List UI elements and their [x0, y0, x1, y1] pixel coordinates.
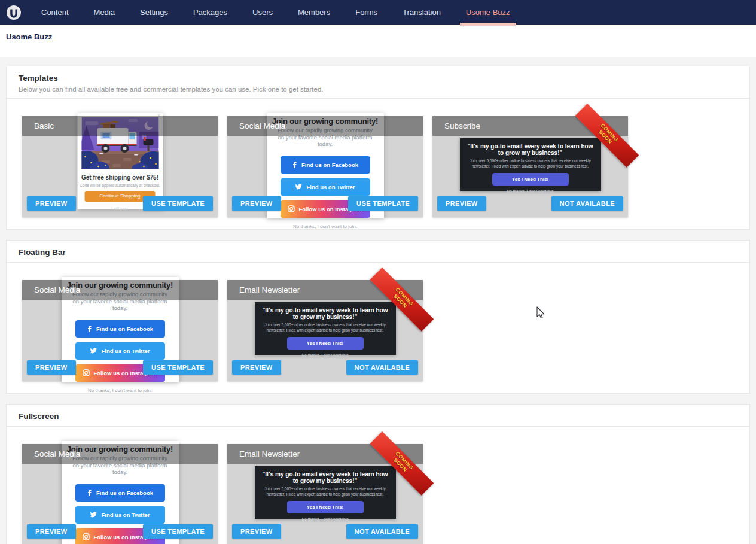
yes-i-need-this-button: Yes I Need This!	[287, 501, 364, 513]
ribbon-fold-icon	[623, 150, 633, 160]
card-actions: PREVIEW NOT AVAILABLE	[232, 524, 418, 539]
section-floating-bar: Floating Bar Join our growing community!…	[6, 240, 750, 394]
template-cards-row: ×	[7, 99, 749, 229]
template-card-header: Email Newsletter	[227, 280, 423, 300]
template-card-header: Email Newsletter	[227, 444, 423, 464]
not-available-button[interactable]: NOT AVAILABLE	[346, 360, 418, 375]
preview-newsletter-box: "It's my go-to email every week to learn…	[460, 138, 601, 191]
nav-item-content[interactable]: Content	[29, 0, 81, 25]
use-template-button[interactable]: USE TEMPLATE	[143, 196, 213, 211]
preview-button[interactable]: PREVIEW	[437, 196, 486, 211]
template-card-email-newsletter: "It's my go-to email every week to learn…	[227, 444, 423, 544]
template-card-title: Social Media	[239, 121, 285, 130]
section-fullscreen: Fullscreen Join our growing community! F…	[6, 404, 750, 544]
section-header: Templates Below you can find all availab…	[7, 66, 749, 99]
preview-subtext: Join over 5,000+ other online business o…	[263, 487, 388, 497]
twitter-icon	[90, 512, 97, 518]
ribbon-fold-icon	[418, 314, 428, 324]
preview-dismiss-link: No thanks, I don't want to join.	[267, 224, 384, 229]
template-card-header: Subscribe	[432, 116, 628, 136]
nav-item-users[interactable]: Users	[240, 0, 285, 25]
twitter-button: Find us on Twitter	[281, 178, 370, 196]
card-actions: PREVIEW USE TEMPLATE	[27, 196, 213, 211]
section-subtitle: Below you can find all available free an…	[19, 86, 737, 93]
template-card-title: Email Newsletter	[239, 449, 300, 458]
preview-button[interactable]: PREVIEW	[232, 360, 281, 375]
template-card-header: Social Media	[22, 444, 218, 464]
preview-button[interactable]: PREVIEW	[27, 524, 76, 539]
nav-item-usome-buzz[interactable]: Usome Buzz	[453, 0, 523, 25]
template-card-title: Email Newsletter	[239, 285, 300, 294]
preview-button[interactable]: PREVIEW	[232, 524, 281, 539]
preview-button[interactable]: PREVIEW	[27, 360, 76, 375]
page-title: Usome Buzz	[6, 32, 756, 41]
preview-dismiss-link: No thanks, I don't want this	[255, 517, 396, 521]
nav-item-forms[interactable]: Forms	[343, 0, 390, 25]
template-card-header: Social Media	[22, 280, 218, 300]
top-navbar: ContentMediaSettingsPackagesUsersMembers…	[0, 0, 756, 25]
template-card-title: Subscribe	[444, 121, 480, 130]
preview-subtext: Join over 5,000+ other online business o…	[468, 159, 593, 169]
preview-subtext: Code will be applied automatically at ch…	[77, 183, 163, 187]
preview-subtext: Join over 5,000+ other online business o…	[263, 323, 388, 333]
preview-button[interactable]: PREVIEW	[27, 196, 76, 211]
nav-item-packages[interactable]: Packages	[181, 0, 240, 25]
template-card-basic: ×	[22, 116, 218, 217]
preview-newsletter-box: "It's my go-to email every week to learn…	[255, 466, 396, 519]
template-cards-row: Join our growing community! Follow our r…	[7, 263, 749, 393]
template-card-social-media: Join our growing community! Follow our r…	[22, 280, 218, 381]
facebook-icon	[292, 161, 298, 169]
card-actions: PREVIEW USE TEMPLATE	[232, 196, 418, 211]
preview-heading: "It's my go-to email every week to learn…	[465, 143, 596, 156]
twitter-button: Find us on Twitter	[75, 342, 165, 360]
twitter-icon	[295, 184, 303, 190]
template-card-header: Basic	[22, 116, 218, 136]
section-title: Floating Bar	[19, 248, 737, 257]
yes-i-need-this-button: Yes I Need This!	[287, 337, 364, 350]
nav-item-settings[interactable]: Settings	[127, 0, 181, 25]
preview-heading: "It's my go-to email every week to learn…	[260, 471, 391, 484]
section-title: Templates	[19, 74, 737, 83]
use-template-button[interactable]: USE TEMPLATE	[143, 360, 213, 375]
template-card-subscribe: "It's my go-to email every week to learn…	[432, 116, 628, 217]
card-actions: PREVIEW USE TEMPLATE	[27, 524, 213, 539]
section-title: Fullscreen	[19, 412, 737, 421]
card-actions: PREVIEW USE TEMPLATE	[27, 360, 213, 375]
nav-item-media[interactable]: Media	[81, 0, 127, 25]
navbar-items: ContentMediaSettingsPackagesUsersMembers…	[29, 0, 523, 25]
card-actions: PREVIEW NOT AVAILABLE	[437, 196, 623, 211]
preview-heading: Get free shipping over $75!	[77, 174, 163, 181]
template-card-social-media: Join our growing community! Follow our r…	[22, 444, 218, 544]
template-card-title: Basic	[34, 121, 54, 130]
facebook-icon	[87, 489, 93, 497]
preview-button[interactable]: PREVIEW	[232, 196, 281, 211]
template-cards-row: Join our growing community! Follow our r…	[7, 427, 749, 544]
twitter-icon	[90, 348, 97, 354]
facebook-button: Find us on Facebook	[75, 320, 165, 338]
section-header: Fullscreen	[7, 405, 749, 427]
preview-dismiss-link: No thanks, I don't want this	[460, 189, 601, 193]
template-card-social-media: Join our growing community! Follow our r…	[227, 116, 423, 217]
use-template-button[interactable]: USE TEMPLATE	[143, 524, 213, 539]
nav-item-members[interactable]: Members	[285, 0, 343, 25]
template-card-email-newsletter: "It's my go-to email every week to learn…	[227, 280, 423, 381]
not-available-button[interactable]: NOT AVAILABLE	[346, 524, 418, 539]
preview-dismiss-link: No thanks, I don't want this	[255, 353, 396, 357]
not-available-button[interactable]: NOT AVAILABLE	[551, 196, 623, 211]
ribbon-fold-icon	[418, 478, 428, 488]
section-header: Floating Bar	[7, 241, 749, 263]
yes-i-need-this-button: Yes I Need This!	[492, 173, 569, 186]
template-card-title: Social Media	[34, 285, 80, 294]
use-template-button[interactable]: USE TEMPLATE	[348, 196, 418, 211]
main-content: Templates Below you can find all availab…	[0, 57, 756, 544]
umbraco-logo-icon[interactable]	[6, 5, 22, 20]
section-templates: Templates Below you can find all availab…	[6, 66, 750, 230]
nav-item-translation[interactable]: Translation	[390, 0, 453, 25]
facebook-icon	[87, 325, 93, 333]
template-card-title: Social Media	[34, 449, 80, 458]
preview-dismiss-link: No thanks, I don't want to join.	[62, 388, 179, 393]
preview-newsletter-box: "It's my go-to email every week to learn…	[255, 302, 396, 355]
card-actions: PREVIEW NOT AVAILABLE	[232, 360, 418, 375]
page-title-bar: Usome Buzz	[0, 25, 756, 57]
facebook-button: Find us on Facebook	[281, 156, 370, 174]
